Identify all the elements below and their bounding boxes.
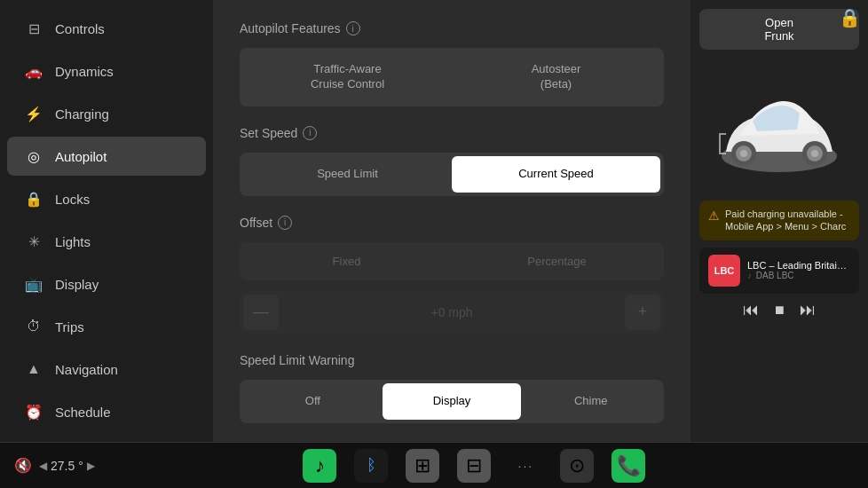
autopilot-features-label: Autopilot Features bbox=[240, 21, 341, 35]
set-speed-label: Set Speed bbox=[240, 126, 297, 140]
notification-title: Paid charging unavailable - bbox=[725, 208, 846, 220]
dock: ♪ ᛒ ⊞ ⊟ ··· ⊙ 📞 bbox=[104, 449, 845, 483]
sidebar-icon-charging: ⚡ bbox=[25, 105, 43, 122]
temp-decrease-btn[interactable]: ◀ bbox=[39, 460, 47, 472]
prev-track-btn[interactable]: ⏮ bbox=[739, 299, 762, 321]
sidebar-item-trips[interactable]: ⏱ Trips bbox=[7, 307, 206, 346]
fixed-offset-btn[interactable]: Fixed bbox=[243, 246, 450, 277]
sidebar-label-lights: Lights bbox=[55, 234, 91, 249]
speed-limit-warning-label: Speed Limit Warning bbox=[240, 353, 354, 367]
media-controls: ⏮ ⏹ ⏭ bbox=[739, 294, 819, 327]
right-panel: Open Frunk bbox=[690, 0, 868, 442]
lock-indicator: 🔒 bbox=[839, 7, 861, 28]
sidebar-icon-autopilot: ◎ bbox=[25, 147, 43, 165]
sidebar-icon-schedule: ⏰ bbox=[25, 403, 43, 421]
main-panel: Autopilot Features i Traffic-AwareCruise… bbox=[213, 0, 690, 442]
sidebar-item-locks[interactable]: 🔒 Locks bbox=[7, 179, 206, 218]
temp-unit: ° bbox=[78, 459, 83, 473]
app-grid1-dock-icon[interactable]: ⊞ bbox=[406, 449, 439, 483]
car-image bbox=[704, 67, 855, 183]
sidebar-item-controls[interactable]: ⊟ Controls bbox=[7, 9, 206, 48]
slw-off-btn[interactable]: Off bbox=[243, 383, 383, 420]
sidebar-label-locks: Locks bbox=[55, 192, 90, 207]
offset-section-title: Offset i bbox=[240, 216, 664, 230]
sidebar-icon-navigation: ▲ bbox=[25, 360, 43, 378]
main-screen: ⊟ Controls 🚗 Dynamics ⚡ Charging ◎ Autop… bbox=[0, 0, 868, 488]
slw-chime-btn[interactable]: Chime bbox=[521, 383, 660, 420]
notification-text: Paid charging unavailable - Mobile App >… bbox=[725, 208, 846, 233]
phone-dock-icon[interactable]: 📞 bbox=[612, 449, 645, 483]
more-dock-icon[interactable]: ··· bbox=[509, 449, 542, 483]
sidebar-label-display: Display bbox=[55, 277, 99, 292]
sidebar-icon-lights: ✳ bbox=[25, 232, 43, 250]
spotify-dock-icon[interactable]: ♪ bbox=[303, 449, 336, 483]
open-frunk-button[interactable]: Open Frunk bbox=[699, 9, 859, 50]
sidebar-label-controls: Controls bbox=[55, 21, 105, 36]
sidebar-label-autopilot: Autopilot bbox=[55, 149, 107, 164]
autopilot-features-section: Autopilot Features i bbox=[240, 21, 664, 35]
autopilot-features-btn-group: Traffic-AwareCruise Control Autosteer(Be… bbox=[240, 48, 664, 106]
content-area: ⊟ Controls 🚗 Dynamics ⚡ Charging ◎ Autop… bbox=[0, 0, 868, 442]
sidebar-icon-trips: ⏱ bbox=[25, 318, 43, 335]
sidebar-item-autopilot[interactable]: ◎ Autopilot bbox=[7, 137, 206, 176]
sidebar-item-lights[interactable]: ✳ Lights bbox=[7, 222, 206, 261]
sidebar: ⊟ Controls 🚗 Dynamics ⚡ Charging ◎ Autop… bbox=[0, 0, 213, 442]
sidebar-item-charging[interactable]: ⚡ Charging bbox=[7, 94, 206, 133]
sidebar-label-navigation: Navigation bbox=[55, 362, 118, 377]
speed-limit-btn[interactable]: Speed Limit bbox=[243, 156, 452, 193]
bottom-bar: 🔇 ◀ 27.5 ° ▶ ♪ ᛒ ⊞ ⊟ ··· ⊙ 📞 bbox=[0, 442, 868, 488]
media-player: LBC LBC – Leading Britain's C ♪ DAB LBC bbox=[699, 248, 859, 294]
speed-control-wrapper: — +0 mph + bbox=[240, 291, 664, 334]
current-speed-btn[interactable]: Current Speed bbox=[452, 156, 660, 193]
sidebar-label-charging: Charging bbox=[55, 106, 109, 122]
sidebar-icon-controls: ⊟ bbox=[25, 20, 43, 37]
open-frunk-line2: Frunk bbox=[714, 29, 845, 43]
autopilot-features-info-icon[interactable]: i bbox=[346, 21, 360, 35]
sidebar-item-display[interactable]: 📺 Display bbox=[7, 264, 206, 303]
media-subtitle: ♪ DAB LBC bbox=[747, 271, 850, 280]
radio-logo: LBC bbox=[708, 255, 740, 287]
offset-section: Fixed Percentage — +0 mph + bbox=[240, 242, 664, 334]
camera-dock-icon[interactable]: ⊙ bbox=[560, 449, 594, 483]
speed-value-display: +0 mph bbox=[282, 305, 621, 319]
offset-info-icon[interactable]: i bbox=[278, 216, 292, 230]
bluetooth-dock-icon[interactable]: ᛒ bbox=[354, 449, 388, 483]
app-grid2-dock-icon[interactable]: ⊟ bbox=[457, 449, 491, 483]
svg-point-3 bbox=[740, 150, 747, 157]
notification-banner[interactable]: ⚠ Paid charging unavailable - Mobile App… bbox=[699, 201, 859, 240]
warning-icon: ⚠ bbox=[708, 209, 720, 223]
offset-label: Offset bbox=[240, 216, 272, 230]
speed-decrease-btn[interactable]: — bbox=[243, 295, 279, 330]
sidebar-item-navigation[interactable]: ▲ Navigation bbox=[7, 350, 206, 389]
autosteer-beta-btn[interactable]: Autosteer(Beta) bbox=[452, 51, 660, 103]
car-svg bbox=[704, 67, 855, 183]
set-speed-btn-group: Speed Limit Current Speed bbox=[240, 153, 664, 196]
media-title: LBC – Leading Britain's C bbox=[747, 260, 850, 271]
radio-logo-text: LBC bbox=[714, 265, 735, 276]
slw-display-btn[interactable]: Display bbox=[383, 383, 522, 420]
set-speed-section: Set Speed i bbox=[240, 126, 664, 140]
sidebar-label-dynamics: Dynamics bbox=[55, 64, 114, 79]
traffic-aware-cruise-btn[interactable]: Traffic-AwareCruise Control bbox=[243, 51, 452, 103]
temperature-display: ◀ 27.5 ° ▶ bbox=[39, 459, 95, 473]
sidebar-item-safety[interactable]: ⊙ Safety bbox=[7, 435, 206, 442]
stop-btn[interactable]: ⏹ bbox=[769, 301, 789, 319]
volume-icon[interactable]: 🔇 bbox=[14, 457, 32, 474]
set-speed-info-icon[interactable]: i bbox=[303, 126, 317, 140]
notification-body: Mobile App > Menu > Charc bbox=[725, 220, 846, 232]
sidebar-icon-locks: 🔒 bbox=[25, 190, 43, 208]
offset-toggle-group: Fixed Percentage bbox=[240, 242, 664, 280]
open-frunk-line1: Open bbox=[714, 16, 845, 29]
next-track-btn[interactable]: ⏭ bbox=[796, 299, 819, 321]
temp-increase-btn[interactable]: ▶ bbox=[87, 460, 95, 472]
speed-control: — +0 mph + bbox=[240, 291, 664, 334]
sidebar-item-dynamics[interactable]: 🚗 Dynamics bbox=[7, 51, 206, 91]
temp-value: 27.5 bbox=[51, 459, 75, 473]
media-info: LBC – Leading Britain's C ♪ DAB LBC bbox=[747, 260, 850, 280]
speed-limit-warning-section: Speed Limit Warning bbox=[240, 353, 664, 367]
sidebar-icon-dynamics: 🚗 bbox=[25, 62, 43, 80]
percentage-offset-btn[interactable]: Percentage bbox=[454, 246, 660, 277]
sidebar-icon-display: 📺 bbox=[25, 275, 43, 293]
sidebar-item-schedule[interactable]: ⏰ Schedule bbox=[7, 392, 206, 431]
speed-increase-btn[interactable]: + bbox=[625, 295, 660, 330]
